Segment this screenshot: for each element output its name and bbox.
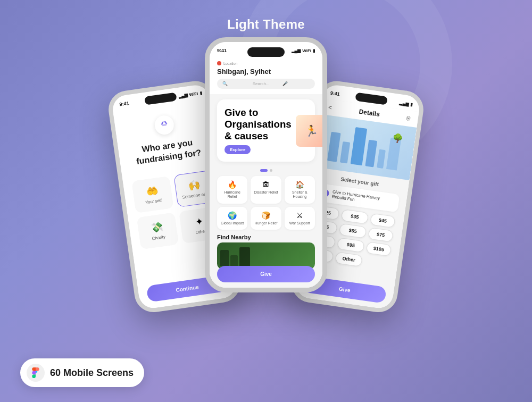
time-right: 9:41 <box>330 90 340 97</box>
categories-grid: 🔥 Hurricane Relief 🏚 Disaster Relief 🏠 S… <box>210 176 322 230</box>
banner-title: Give to Organisations & causes <box>225 107 292 142</box>
back-button[interactable]: < <box>328 104 332 112</box>
time-left: 9:41 <box>119 100 129 107</box>
share-button[interactable]: ⎘ <box>406 115 411 122</box>
amount-45[interactable]: $45 <box>370 213 396 228</box>
badge-text: 60 Mobile Screens <box>50 367 134 379</box>
hurricane-icon: 🔥 <box>228 180 237 189</box>
shelter-label: Shelter & Housing <box>287 190 313 199</box>
option-charity[interactable]: 💸 Charity <box>137 212 179 249</box>
location-label: Location <box>223 62 237 65</box>
category-global[interactable]: 🌍 Global Impact <box>217 207 247 230</box>
signal-icon-c: ▂▄▆ <box>292 48 301 53</box>
battery-icon-c: ▮ <box>313 48 315 53</box>
dot-1 <box>260 169 268 172</box>
charity-label: Charity <box>152 234 165 241</box>
phones-container: 9:41 ▂▄▆ WiFi ▮ Who are you fundra <box>0 32 532 298</box>
banner-image: 🏃 <box>296 115 322 147</box>
phone-center-shell: 9:41 ▂▄▆ WiFi ▮ Location Shibganj, Sylhe… <box>205 37 327 292</box>
notch-center <box>247 47 285 57</box>
banner-cta[interactable]: Explore <box>225 145 251 154</box>
shelter-icon: 🏠 <box>295 180 304 189</box>
global-label: Global Impact <box>221 221 244 225</box>
home-header: Location Shibganj, Sylhet 🔍 Search... 🎤 <box>210 57 322 94</box>
dot-indicator <box>210 167 322 174</box>
amount-75[interactable]: $75 <box>368 227 394 242</box>
category-hunger[interactable]: 🍞 Hunger Relief <box>251 207 281 230</box>
amount-35[interactable]: $35 <box>341 209 369 224</box>
category-war[interactable]: ⚔ War Support <box>285 207 315 230</box>
global-icon: 🌍 <box>228 211 237 220</box>
battery-icon: ▮ <box>200 90 202 95</box>
figma-logo <box>27 364 45 382</box>
signal-icon-r: ▂▄▆ <box>399 100 409 106</box>
option-yourself[interactable]: 🤲 Your self <box>131 175 174 213</box>
dot-2 <box>270 169 272 172</box>
category-hurricane[interactable]: 🔥 Hurricane Relief <box>217 176 247 204</box>
gift-option-text: Give to Hurricane Harvey Rebuild Fun <box>331 189 394 207</box>
hunger-icon: 🍞 <box>261 211 270 220</box>
disaster-label: Disaster Relief <box>254 190 278 195</box>
war-icon: ⚔ <box>296 211 303 220</box>
battery-icon-r: ▮ <box>410 102 413 106</box>
yourself-icon: 🤲 <box>145 185 159 198</box>
search-placeholder: Search... <box>253 81 280 86</box>
war-label: War Support <box>289 221 310 225</box>
location-dot <box>217 61 221 65</box>
nearby-image <box>217 242 315 269</box>
category-disaster[interactable]: 🏚 Disaster Relief <box>251 176 281 204</box>
signal-icon: ▂▄▆ <box>178 93 188 98</box>
someone-icon: 🙌 <box>188 179 201 192</box>
amount-95[interactable]: $95 <box>337 238 365 253</box>
nearby-section-title: Find Nearby <box>210 230 322 242</box>
amount-105[interactable]: $105 <box>366 241 392 256</box>
page-title: Light Theme <box>0 0 532 32</box>
details-title: Details <box>359 108 380 118</box>
hurricane-label: Hurricane Relief <box>219 190 245 199</box>
amount-65[interactable]: $65 <box>339 223 367 239</box>
status-icons-right: ▂▄▆ ▮ <box>399 100 413 107</box>
hunger-label: Hunger Relief <box>255 221 278 225</box>
location-row: Location <box>217 61 315 65</box>
yourself-label: Your self <box>145 198 162 205</box>
search-icon: 🔍 <box>222 81 250 86</box>
status-icons-left: ▂▄▆ WiFi ▮ <box>178 90 202 98</box>
status-icons-center: ▂▄▆ WiFi ▮ <box>292 48 315 53</box>
search-bar[interactable]: 🔍 Search... 🎤 <box>217 79 315 89</box>
wifi-icon-c: WiFi <box>302 48 311 53</box>
other-icon: ✦ <box>195 215 204 228</box>
app-logo <box>154 114 176 136</box>
time-center: 9:41 <box>217 48 227 53</box>
disaster-icon: 🏚 <box>262 180 270 189</box>
amount-other[interactable]: Other <box>335 252 363 267</box>
charity-icon: 💸 <box>151 221 164 234</box>
fundraise-question: Who are you fundraising for? <box>118 134 218 170</box>
wifi-icon: WiFi <box>189 91 198 97</box>
phone-center: 9:41 ▂▄▆ WiFi ▮ Location Shibganj, Sylhe… <box>205 37 327 292</box>
banner-card: Give to Organisations & causes Explore 🏃 <box>217 99 315 162</box>
home-screen: Location Shibganj, Sylhet 🔍 Search... 🎤 … <box>210 57 322 288</box>
phone-center-screen: 9:41 ▂▄▆ WiFi ▮ Location Shibganj, Sylhe… <box>210 42 322 288</box>
location-name: Shibganj, Sylhet <box>217 68 315 76</box>
bottom-badge: 60 Mobile Screens <box>20 358 144 387</box>
category-shelter[interactable]: 🏠 Shelter & Housing <box>285 176 315 204</box>
give-button-center[interactable]: Give <box>217 266 315 282</box>
mic-icon: 🎤 <box>282 81 310 86</box>
